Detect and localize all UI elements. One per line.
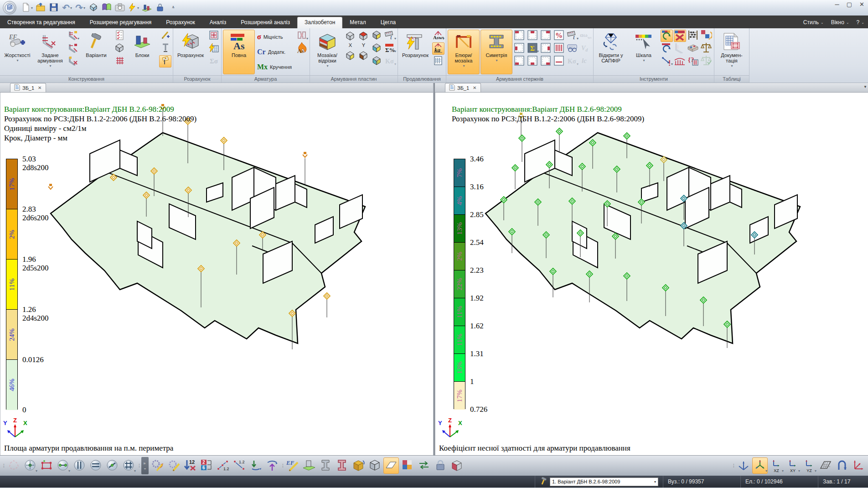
edit-settings-button[interactable] [166, 457, 181, 474]
vlines-button[interactable] [553, 42, 565, 55]
view-rotate-button[interactable] [834, 457, 850, 474]
cube-str-button[interactable] [371, 42, 383, 55]
lock-view-button[interactable] [433, 457, 448, 474]
ruler-t-button[interactable]: t▾ [384, 30, 396, 42]
undo-button[interactable]: ↶▾ [61, 2, 73, 14]
rubik-button[interactable] [700, 30, 713, 42]
fragment-2-6-button[interactable]: 26 [199, 457, 214, 474]
sq-l-button[interactable] [513, 42, 526, 55]
checklist-button[interactable] [113, 30, 125, 42]
pen-add-button[interactable] [159, 30, 171, 42]
redo-button[interactable]: ↷▾ [74, 2, 86, 14]
cube-yb-button[interactable] [344, 49, 356, 62]
view-isometric-button[interactable]: ▾ [752, 457, 768, 474]
ribbon-button-кручення[interactable]: MxКручення [256, 60, 295, 74]
view-free-button[interactable] [736, 457, 751, 474]
close-icon[interactable]: ✕ [473, 85, 476, 90]
rebar-a-button[interactable]: ▾ [67, 30, 79, 42]
tab-scroll-icon[interactable]: ▼ [863, 85, 867, 89]
menu-tab-6[interactable]: Залізобетон [297, 17, 342, 28]
lock-button[interactable] [154, 2, 166, 14]
menu-tab-8[interactable]: Цегла [373, 17, 403, 28]
menu-help[interactable]: ?⌄ [853, 17, 868, 28]
sigma-sum-button[interactable]: Σσ [207, 55, 220, 67]
delete-x-button[interactable] [674, 30, 686, 42]
sq-tl-button[interactable] [513, 30, 526, 42]
sq-br-button[interactable] [540, 55, 552, 67]
ribbon-button-мозаїка-відрізки[interactable]: Мозаїка/відрізки▾ [311, 30, 343, 74]
aw-button[interactable]: αωwd [579, 30, 592, 42]
menu-tab-7[interactable]: Метал [342, 17, 373, 28]
chart-3d-button[interactable] [141, 2, 153, 14]
ribbon-button-повна[interactable]: AsПовна [223, 30, 255, 74]
section-plane-button[interactable] [104, 457, 120, 474]
ribbon-button-розрахунок[interactable]: Розрахунок [175, 30, 207, 74]
ribbon-button-додатк.[interactable]: CrДодатк. [256, 45, 295, 59]
qat-overflow-button[interactable]: ⸛ [167, 2, 179, 14]
maximize-button[interactable]: ▢ [847, 1, 852, 8]
vd-button[interactable]: Vd [579, 42, 592, 55]
anchor-t-button[interactable] [159, 42, 171, 55]
k-sigma2-button[interactable]: Kσ▾ [566, 55, 579, 67]
view-perspective-button[interactable] [818, 457, 833, 474]
view-xy-button[interactable]: XY▾ [785, 457, 801, 474]
profile-red-button[interactable] [334, 457, 350, 474]
ribbon-button-задане-армування[interactable]: Задане армування▾ [34, 30, 66, 74]
scales-green-button[interactable] [700, 55, 713, 67]
close-button[interactable]: ✕ [859, 1, 864, 8]
ribbon-button-епюри-мозаїка[interactable]: Епюри/мозаїка▾ [448, 30, 480, 74]
ribbon-button-відкрити-у-сапфір[interactable]: Відкрити у САПФІР [595, 30, 627, 74]
model-canvas[interactable]: Варіант конструювання:Варіант ДБН В.2.6-… [435, 93, 868, 455]
sq-bl-button[interactable] [513, 55, 526, 67]
flag-button[interactable] [159, 55, 171, 67]
section-vertical-button[interactable] [72, 457, 87, 474]
plane-select-button[interactable] [383, 457, 399, 474]
dimension-1-button[interactable]: 1.2 [215, 457, 231, 474]
sq-b-button[interactable] [527, 55, 539, 67]
section-button[interactable]: ▾ [296, 30, 308, 42]
document-tab[interactable]: ЗБ_1✕ [10, 83, 46, 92]
sigma-box-button[interactable]: Σ▾ [527, 42, 539, 55]
ribbon-button-шкала[interactable]: Шкала▾ [628, 30, 660, 74]
ribbon-button-розрахунок[interactable]: Розрахунок [399, 30, 431, 74]
menu-tab-3[interactable]: Розрахунок [159, 17, 202, 28]
scales-button[interactable] [700, 42, 713, 55]
cube-brown-button[interactable] [357, 49, 370, 62]
cube-red-button[interactable] [357, 30, 370, 42]
shift-sh-button[interactable] [264, 457, 280, 474]
ka-button[interactable]: ka [432, 42, 444, 55]
swap-view-button[interactable] [416, 457, 432, 474]
ribbon-button-докумен-тація[interactable]: Докумен-тація▾ [716, 30, 748, 74]
pct-red-button[interactable]: % [553, 30, 565, 42]
beam-color-button[interactable] [674, 42, 686, 55]
ribbon-button-блоки[interactable]: Блоки [126, 30, 158, 74]
sigma-pct-button[interactable]: Σ%▾ [384, 42, 396, 55]
book-button[interactable] [101, 2, 113, 14]
menu-window[interactable]: Вікно⌄ [827, 17, 853, 28]
cube-view-button[interactable] [367, 457, 382, 474]
cube-grey-button[interactable] [113, 42, 125, 55]
sq-tr-button[interactable] [540, 30, 552, 42]
recalc-settings-button[interactable] [150, 457, 165, 474]
snapshot-button[interactable] [114, 2, 126, 14]
menu-tab-5[interactable]: Розширений аналіз [233, 17, 297, 28]
minimize-button[interactable]: ─ [835, 1, 839, 8]
hline-button[interactable] [553, 55, 565, 67]
rebar-c-button[interactable] [67, 55, 79, 67]
open-import-button[interactable] [35, 2, 46, 14]
menu-tab-2[interactable]: Розширене редагування [83, 17, 159, 28]
save-button[interactable] [48, 2, 60, 14]
section-horizontal-button[interactable] [88, 457, 103, 474]
aswu-button[interactable]: Aswu▾ [432, 30, 444, 42]
brick-button[interactable] [687, 42, 699, 55]
ef-edit-button[interactable]: EF [285, 457, 300, 474]
menu-tab-4[interactable]: Аналіз [202, 17, 233, 28]
cube-side-button[interactable] [371, 30, 383, 42]
ribbon-button-міцність[interactable]: σМіцність [256, 30, 295, 44]
bolt-grid-button[interactable] [207, 42, 220, 55]
ribbon-button-жорсткості[interactable]: EFЖорсткості▾ [1, 30, 33, 74]
cube-rotate-button[interactable] [351, 457, 366, 474]
menu-style[interactable]: Стиль⌄ [800, 17, 827, 28]
rebar-table-button[interactable] [432, 55, 444, 67]
select-frame-button[interactable] [39, 457, 54, 474]
